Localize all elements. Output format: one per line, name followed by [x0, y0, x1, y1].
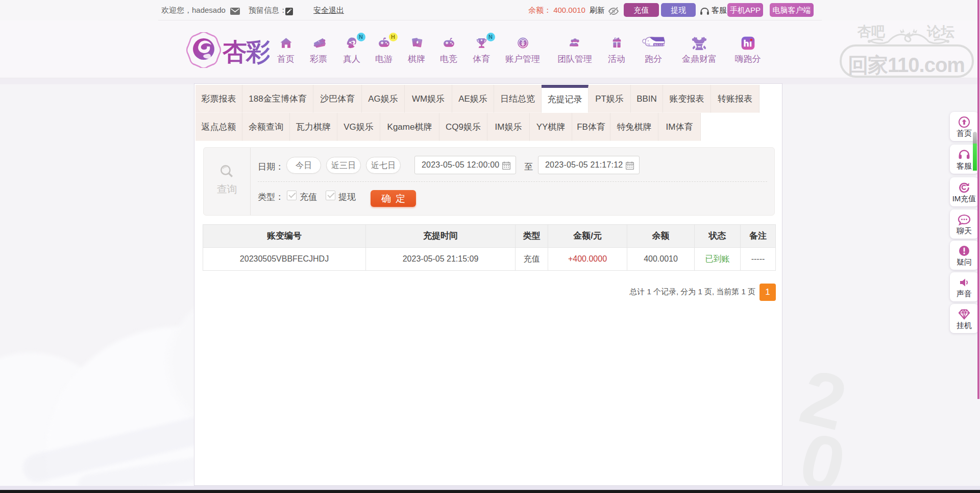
- svg-text:极速王办事处: 极速王办事处: [654, 43, 666, 46]
- svg-text:T.IE: T.IE: [646, 43, 650, 46]
